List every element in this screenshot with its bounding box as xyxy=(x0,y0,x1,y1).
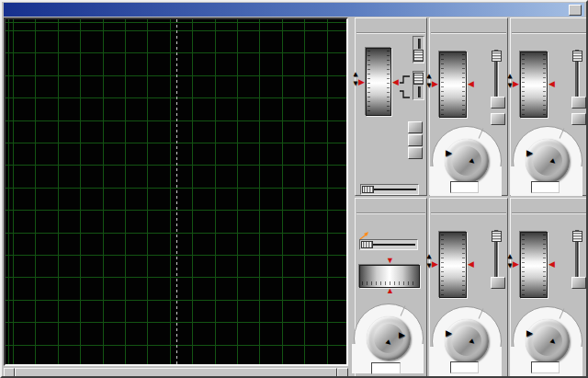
trigger-source-slider[interactable] xyxy=(360,184,419,195)
volts-per-div-knob[interactable]: ▶ ▶ xyxy=(511,304,584,378)
knob-face[interactable] xyxy=(445,319,489,363)
value-indicator-icon: ▶ xyxy=(446,329,452,338)
channel-c-panel: ▲▼ ▶ ◀ ▶ ▶ xyxy=(510,17,588,196)
scope-display xyxy=(4,17,348,366)
separator xyxy=(431,32,506,34)
scale-value-box[interactable] xyxy=(531,361,560,373)
auto-button[interactable] xyxy=(408,121,423,133)
knob-face[interactable] xyxy=(445,139,489,183)
dial-pointer-left-icon: ▶ xyxy=(432,80,438,88)
value-indicator-icon: ▶ xyxy=(446,149,452,157)
trigger-coupling-labels xyxy=(392,37,410,60)
horizontal-position-dial[interactable] xyxy=(359,265,420,288)
separator xyxy=(512,212,586,214)
separator xyxy=(356,32,425,34)
dial-pointer-bottom-icon: ▲ xyxy=(386,287,394,295)
close-button[interactable] xyxy=(569,5,582,16)
value-indicator-icon: ▶ xyxy=(526,149,533,157)
coupling-labels xyxy=(544,227,571,272)
separator xyxy=(431,212,506,214)
waveform-traces xyxy=(6,19,346,364)
invert-button[interactable] xyxy=(571,277,586,289)
coupling-labels xyxy=(463,227,491,272)
dial-pointer-left-icon: ▶ xyxy=(513,260,519,269)
invert-button[interactable] xyxy=(491,277,505,289)
scrollbar-thumb[interactable] xyxy=(15,368,337,378)
dial-pointer-left-icon: ▶ xyxy=(358,78,365,86)
knob-face[interactable] xyxy=(526,139,570,183)
cursors-button[interactable] xyxy=(408,147,423,159)
one-shot-button[interactable] xyxy=(408,134,423,146)
trigger-coupling-switch[interactable] xyxy=(413,36,424,63)
slider-thumb[interactable] xyxy=(361,241,373,248)
app-window: ▲▼ ▶ ◀ xyxy=(0,0,588,378)
falling-edge-icon xyxy=(399,86,411,103)
dial-pointer-left-icon: ▶ xyxy=(432,260,438,269)
slider-thumb[interactable] xyxy=(362,186,374,193)
control-panels: ▲▼ ▶ ◀ xyxy=(355,17,588,378)
coupling-switch-thumb[interactable] xyxy=(572,51,582,62)
channel-a-panel: ▲▼ ▶ ◀ ▶ ▶ xyxy=(429,17,508,196)
coupling-switch-thumb[interactable] xyxy=(572,231,582,242)
coupling-labels xyxy=(544,47,571,92)
scale-value-box[interactable] xyxy=(450,361,479,373)
coupling-switch-thumb[interactable] xyxy=(492,231,502,242)
scroll-right-button[interactable] xyxy=(337,368,348,378)
horizontal-source-slider[interactable] xyxy=(359,239,418,250)
invert-button[interactable] xyxy=(571,97,586,109)
scale-value-box[interactable] xyxy=(450,181,479,193)
knob-cap xyxy=(533,146,562,176)
dial-pointer-top-icon: ▼ xyxy=(386,257,394,265)
separator xyxy=(356,212,425,214)
title-bar[interactable] xyxy=(4,3,584,17)
switch-slot xyxy=(418,39,421,49)
knob-cap xyxy=(533,326,562,356)
coupling-switch-thumb[interactable] xyxy=(492,51,502,62)
trigger-level-dial[interactable] xyxy=(366,48,391,116)
volts-per-div-knob[interactable]: ▶ ▶ xyxy=(430,124,503,198)
display-hscrollbar[interactable] xyxy=(4,368,348,378)
trigger-edge-switch[interactable] xyxy=(413,71,424,100)
trigger-panel: ▲▼ ▶ ◀ xyxy=(355,17,427,196)
scroll-left-button[interactable] xyxy=(4,368,15,378)
volts-per-div-knob[interactable]: ▶ ▶ xyxy=(430,304,503,378)
switch-slot xyxy=(418,86,421,97)
dial-pointer-left-icon: ▶ xyxy=(513,80,519,88)
channel-b-panel: ▲▼ ▶ ◀ ▶ ▶ xyxy=(429,198,508,378)
volts-per-div-knob[interactable]: ▶ ▶ xyxy=(511,124,584,198)
horizontal-panel: ▼ ▲ ▶ ▶ xyxy=(355,198,427,378)
timebase-value-box[interactable] xyxy=(371,362,401,374)
timebase-knob[interactable]: ▶ ▶ xyxy=(352,302,425,375)
coupling-labels xyxy=(463,47,491,92)
scope-grid xyxy=(6,19,346,364)
switch-thumb[interactable] xyxy=(413,73,424,85)
value-indicator-icon: ▶ xyxy=(526,329,533,338)
channel-d-panel: ▲▼ ▶ ◀ ▶ ▶ xyxy=(510,198,588,378)
dial-pointer-right-icon: ◀ xyxy=(392,78,399,86)
knob-cap xyxy=(452,326,481,356)
switch-thumb[interactable] xyxy=(413,50,424,62)
knob-cap xyxy=(452,146,481,176)
scale-value-box[interactable] xyxy=(531,181,560,193)
invert-button[interactable] xyxy=(491,97,505,109)
value-indicator-icon: ▶ xyxy=(399,331,405,339)
knob-face[interactable] xyxy=(526,319,570,363)
separator xyxy=(512,32,586,34)
